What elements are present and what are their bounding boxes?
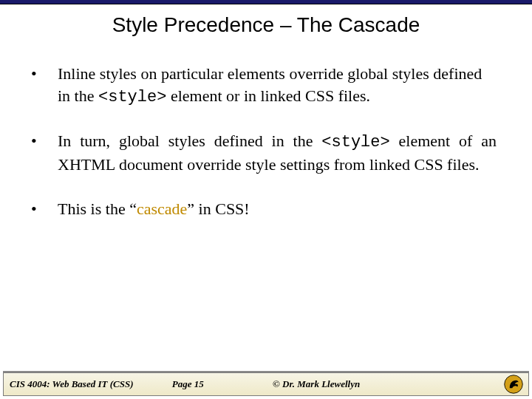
text-post: ” in CSS! [187, 200, 249, 218]
code-text: <style> [98, 88, 166, 106]
bullet-marker: • [31, 198, 58, 220]
text-pre: This is the “ [58, 200, 137, 218]
footer-course: CIS 4004: Web Based IT (CSS) [4, 378, 133, 390]
footer-bar: CIS 4004: Web Based IT (CSS) Page 15 © D… [3, 372, 529, 396]
highlight-text: cascade [137, 200, 187, 218]
text-pre: In turn, global styles defined in the [58, 132, 321, 150]
footer-copyright: © Dr. Mark Llewellyn [273, 378, 360, 390]
top-rule [0, 0, 532, 4]
bullet-text: Inline styles on particular elements ove… [58, 63, 497, 108]
bullet-item: • In turn, global styles defined in the … [31, 130, 497, 175]
code-text: <style> [321, 133, 389, 151]
pegasus-logo-icon [503, 374, 524, 395]
bullet-text: This is the “cascade” in CSS! [58, 198, 497, 220]
bullet-text: In turn, global styles defined in the <s… [58, 130, 497, 175]
footer-page: Page 15 [172, 378, 204, 390]
bullet-item: • This is the “cascade” in CSS! [31, 198, 497, 220]
slide-footer: CIS 4004: Web Based IT (CSS) Page 15 © D… [0, 369, 532, 399]
bullet-marker: • [31, 130, 58, 152]
bullet-marker: • [31, 63, 58, 85]
text-post: element or in linked CSS files. [166, 86, 370, 105]
slide-title: Style Precedence – The Cascade [0, 13, 532, 37]
slide-body: • Inline styles on particular elements o… [31, 63, 497, 242]
bullet-item: • Inline styles on particular elements o… [31, 63, 497, 108]
